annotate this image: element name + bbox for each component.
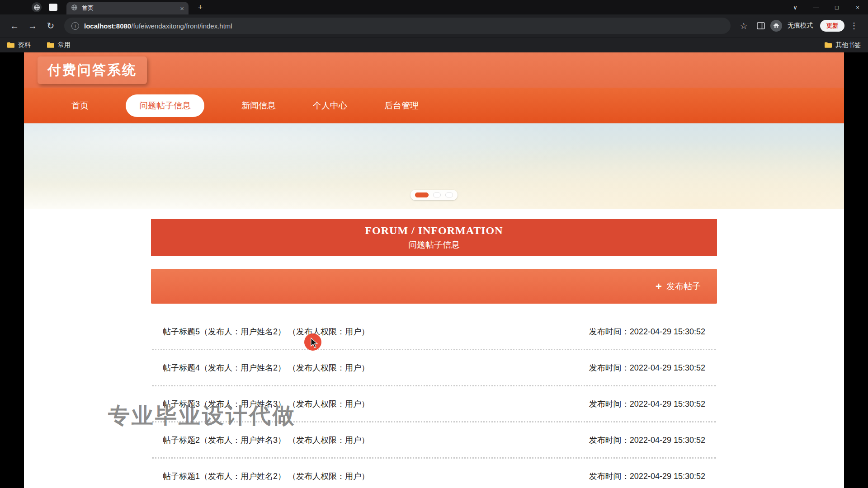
site-header: 付费问答系统 (24, 52, 844, 88)
url-path: /fufeiwendaxitong/front/index.html (131, 22, 232, 30)
folder-icon (7, 42, 14, 48)
window-controls: ∨ — □ × (785, 0, 868, 14)
main-content: FORUM / INFORMATION 问题帖子信息 + 发布帖子 帖子标题5（… (24, 209, 844, 488)
url-host: localhost:8080 (84, 22, 131, 30)
bookmarks-bar: 资料 常用 其他书签 (0, 37, 868, 52)
publish-label: 发布帖子 (666, 281, 701, 292)
back-icon[interactable]: ← (6, 18, 23, 34)
bookmark-folder-changyong[interactable]: 常用 (47, 41, 71, 49)
forward-icon[interactable]: → (24, 18, 41, 34)
publish-post-button[interactable]: + 发布帖子 (656, 280, 701, 293)
folder-icon (825, 42, 832, 48)
page-info-icon[interactable]: i (71, 22, 79, 30)
tab-close-icon[interactable]: × (180, 5, 184, 12)
dotted-divider (152, 349, 716, 350)
post-time: 发布时间：2022-04-29 15:30:52 (589, 362, 705, 373)
post-row[interactable]: 帖子标题5（发布人：用户姓名2） （发布人权限：用户） 发布时间：2022-04… (151, 319, 717, 344)
bookmark-label: 资料 (18, 41, 31, 49)
tabstrip-chevron-icon[interactable]: ∨ (785, 0, 806, 14)
browser-window: 首页 × + ∨ — □ × ← → ↻ i localhost:8080/fu… (0, 0, 868, 488)
dotted-divider (152, 385, 716, 386)
minimize-icon[interactable]: — (806, 0, 826, 14)
new-tab-button[interactable]: + (194, 1, 207, 14)
carousel-dot-3[interactable] (445, 192, 453, 197)
section-title-en: FORUM / INFORMATION (365, 225, 503, 237)
folder-icon (47, 42, 54, 48)
carousel-dot-2[interactable] (433, 192, 441, 197)
dotted-divider (152, 457, 716, 459)
other-bookmarks-label: 其他书签 (835, 41, 861, 49)
post-title[interactable]: 帖子标题5（发布人：用户姓名2） （发布人权限：用户） (163, 326, 369, 337)
post-time: 发布时间：2022-04-29 15:30:52 (589, 326, 705, 337)
publish-toolbar: + 发布帖子 (151, 269, 717, 304)
browser-menu-icon[interactable]: ⋮ (846, 18, 862, 33)
post-title[interactable]: 帖子标题4（发布人：用户姓名2） （发布人权限：用户） (163, 362, 369, 373)
section-title-zh: 问题帖子信息 (408, 239, 460, 251)
post-row[interactable]: 帖子标题1（发布人：用户姓名2） （发布人权限：用户） 发布时间：2022-04… (151, 464, 717, 488)
other-bookmarks[interactable]: 其他书签 (825, 41, 861, 49)
dotted-divider (152, 421, 716, 422)
maximize-icon[interactable]: □ (826, 0, 847, 14)
reload-icon[interactable]: ↻ (42, 18, 59, 34)
browser-titlebar: 首页 × + ∨ — □ × (0, 0, 868, 14)
post-row[interactable]: 帖子标题3（发布人：用户姓名3） （发布人权限：用户） 发布时间：2022-04… (151, 391, 717, 416)
nav-item-personal-center[interactable]: 个人中心 (313, 100, 347, 112)
site-logo[interactable]: 付费问答系统 (38, 56, 147, 84)
site-container: 付费问答系统 首页 问题帖子信息 新闻信息 个人中心 后台管理 FORUM / … (24, 52, 844, 488)
address-bar[interactable]: i localhost:8080/fufeiwendaxitong/front/… (64, 18, 731, 34)
incognito-label: 无痕模式 (788, 22, 813, 30)
post-title[interactable]: 帖子标题3（发布人：用户姓名3） （发布人权限：用户） (163, 399, 369, 409)
browser-tab-home[interactable]: 首页 × (66, 2, 189, 14)
post-title[interactable]: 帖子标题2（发布人：用户姓名3） （发布人权限：用户） (163, 435, 369, 446)
section-header: FORUM / INFORMATION 问题帖子信息 (151, 219, 717, 256)
url-text: localhost:8080/fufeiwendaxitong/front/in… (84, 22, 232, 30)
post-row[interactable]: 帖子标题4（发布人：用户姓名2） （发布人权限：用户） 发布时间：2022-04… (151, 355, 717, 380)
post-time: 发布时间：2022-04-29 15:30:52 (589, 399, 705, 409)
nav-item-news[interactable]: 新闻信息 (241, 100, 276, 112)
close-icon[interactable]: × (847, 0, 868, 14)
bookmark-label: 常用 (58, 41, 71, 49)
post-title[interactable]: 帖子标题1（发布人：用户姓名2） （发布人权限：用户） (163, 471, 369, 482)
post-time: 发布时间：2022-04-29 15:30:52 (589, 435, 705, 446)
carousel-dots (410, 190, 458, 200)
carousel-dot-1[interactable] (415, 192, 429, 197)
tab-favicon-globe-icon (71, 4, 78, 13)
page-viewport: 付费问答系统 首页 问题帖子信息 新闻信息 个人中心 后台管理 FORUM / … (0, 52, 868, 488)
tab-title: 首页 (82, 4, 176, 12)
tab-strip: 首页 × + (0, 0, 785, 14)
browser-toolbar: ← → ↻ i localhost:8080/fufeiwendaxitong/… (0, 14, 868, 37)
main-nav: 首页 问题帖子信息 新闻信息 个人中心 后台管理 (24, 88, 844, 123)
nav-item-admin[interactable]: 后台管理 (384, 100, 419, 112)
post-list: 帖子标题5（发布人：用户姓名2） （发布人权限：用户） 发布时间：2022-04… (151, 319, 717, 488)
globe-icon[interactable] (32, 2, 42, 12)
bookmark-star-icon[interactable]: ☆ (736, 18, 751, 33)
hero-carousel (24, 123, 844, 209)
bookmark-folder-ziliao[interactable]: 资料 (7, 41, 31, 49)
post-time: 发布时间：2022-04-29 15:30:52 (589, 471, 705, 482)
plus-icon: + (656, 280, 662, 293)
incognito-icon (770, 20, 782, 32)
window-thumbnail-icon[interactable] (49, 4, 57, 11)
update-button[interactable]: 更新 (820, 20, 844, 32)
post-row[interactable]: 帖子标题2（发布人：用户姓名3） （发布人权限：用户） 发布时间：2022-04… (151, 427, 717, 452)
nav-item-posts[interactable]: 问题帖子信息 (126, 94, 204, 117)
nav-item-home[interactable]: 首页 (71, 100, 89, 112)
side-panel-icon[interactable] (753, 18, 769, 33)
